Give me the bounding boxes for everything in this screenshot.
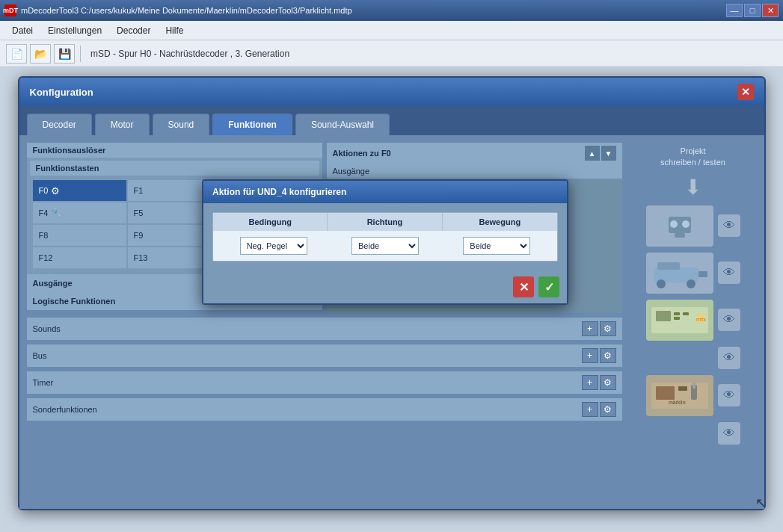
aktionen-scroll-dn[interactable]: ▼ [601, 146, 616, 161]
sub-dialog-footer: ✕ ✓ [203, 270, 567, 303]
right-panel: Projektschreiben / testen ⬇ 👁 [630, 143, 757, 501]
f12-label: F12 [39, 253, 53, 262]
bus-row: Bus + ⚙ [27, 344, 622, 367]
aktionen-scroll-up[interactable]: ▲ [585, 146, 600, 161]
svg-text:märklin: märklin [669, 400, 686, 405]
f4-label: F4 [39, 208, 49, 217]
dialog-title: Konfiguration [30, 87, 93, 98]
decoder-row1b: 👁 [646, 347, 740, 369]
svg-rect-3 [675, 233, 685, 238]
f9-label: F9 [134, 231, 144, 240]
richtung-cell: Beide Vorwärts Rückwärts [329, 237, 440, 255]
bedingung-cell: Neg. Pegel Pos. Pegel Immer [218, 237, 329, 255]
menu-hilfe[interactable]: Hilfe [158, 23, 191, 38]
menu-datei[interactable]: Datei [4, 23, 40, 38]
tab-motor[interactable]: Motor [95, 114, 150, 135]
aktionen-label: Aktionen zu F0 [333, 149, 391, 158]
timer-row: Timer + ⚙ [27, 371, 622, 394]
titlebar: mDT mDecoderTool3 C:/users/kukuk/Meine D… [0, 0, 783, 21]
sonder-label: Sonderfunktionen [33, 405, 97, 414]
robot-eye-btn[interactable]: 👁 [718, 214, 740, 237]
f1-label: F1 [134, 186, 144, 195]
ft-f8[interactable]: F8 [33, 225, 126, 246]
close-button[interactable]: ✕ [762, 4, 779, 17]
svg-rect-13 [683, 312, 689, 315]
und4-dialog[interactable]: Aktion für UND_4 konfigurieren Bedingung… [202, 179, 568, 305]
f8-label: F8 [39, 231, 49, 240]
toolbar-new-btn[interactable]: 📄 [6, 44, 27, 64]
bus-edit-btn[interactable]: ⚙ [600, 348, 616, 363]
f0-icon: ⚙ [51, 185, 60, 197]
minimize-button[interactable]: — [726, 4, 743, 17]
maximize-button[interactable]: □ [744, 4, 761, 17]
bus-add-btn[interactable]: + [582, 348, 598, 363]
window-title: mDecoderTool3 C:/users/kukuk/Meine Dokum… [21, 6, 726, 15]
tab-sound[interactable]: Sound [153, 114, 210, 135]
sounds-edit-btn[interactable]: ⚙ [600, 321, 616, 336]
ft-f0[interactable]: F0 ⚙ [33, 180, 126, 201]
menu-decoder[interactable]: Decoder [109, 23, 158, 38]
timer-label: Timer [33, 378, 54, 387]
richtung-select[interactable]: Beide Vorwärts Rückwärts [351, 237, 419, 255]
tabs-row: Decoder Motor Sound Funktionen Sound-Aus… [19, 106, 764, 135]
f4-icon: 🔧 [51, 208, 63, 219]
f0-label: F0 [39, 186, 49, 195]
window-controls: — □ ✕ [726, 4, 779, 17]
decoder-eye-btn2b[interactable]: 👁 [718, 422, 740, 445]
loco-eye-btn[interactable]: 👁 [718, 262, 740, 284]
f5-label: F5 [134, 208, 144, 217]
arrow-down-icon: ⬇ [684, 175, 701, 200]
sub-dialog-cancel-btn[interactable]: ✕ [513, 276, 534, 297]
sounds-label: Sounds [33, 324, 61, 333]
decoder-card2-icon: märklin [646, 375, 713, 416]
decoder-label: mSD - Spur H0 - Nachrüstdecoder , 3. Gen… [90, 49, 289, 59]
bus-label: Bus [33, 351, 47, 360]
tab-decoder[interactable]: Decoder [27, 114, 92, 135]
svg-point-1 [670, 220, 678, 228]
tab-sound-auswahl[interactable]: Sound-Auswahl [295, 114, 390, 135]
sub-table-header: Bedingung Richtung Bewegung [213, 213, 557, 231]
svg-text:mfx: mfx [696, 316, 706, 323]
sounds-add-btn[interactable]: + [582, 321, 598, 336]
f13-label: F13 [134, 253, 148, 262]
sub-dialog-ok-btn[interactable]: ✓ [538, 276, 559, 297]
svg-rect-11 [674, 312, 680, 315]
timer-add-btn[interactable]: + [582, 375, 598, 390]
bedingung-select[interactable]: Neg. Pegel Pos. Pegel Immer [240, 237, 307, 255]
sonder-edit-btn[interactable]: ⚙ [600, 402, 616, 417]
loco-row: 👁 [646, 253, 740, 294]
aktionen-header: Aktionen zu F0 ▲ ▼ [327, 143, 622, 164]
bewegung-select[interactable]: Beide Fahren Stehen [463, 237, 530, 255]
ft-f4[interactable]: F4 🔧 [33, 202, 126, 223]
decoder-row1: mfx 👁 [646, 300, 740, 341]
sonder-add-btn[interactable]: + [582, 402, 598, 417]
decoder-row2b: 👁 [646, 422, 740, 445]
robot-row: 👁 [646, 205, 740, 247]
menu-einstellungen[interactable]: Einstellungen [40, 23, 109, 38]
svg-rect-10 [656, 311, 671, 321]
toolbar-open-btn[interactable]: 📂 [30, 44, 51, 64]
ausloeser-header: Funktionsauslöser [27, 143, 322, 158]
sub-dialog-title: Aktion für UND_4 konfigurieren [203, 181, 567, 203]
col-richtung: Richtung [328, 213, 442, 231]
svg-rect-7 [657, 262, 680, 270]
dialog-close-button[interactable]: ✕ [737, 84, 754, 100]
decoder-eye-btn1b[interactable]: 👁 [718, 347, 740, 369]
decoder-card-icon: mfx [646, 300, 713, 341]
ft-f12[interactable]: F12 [33, 247, 126, 268]
robot-icon [646, 205, 713, 247]
projekt-label: Projektschreiben / testen [660, 146, 725, 169]
decoder-eye-btn2[interactable]: 👁 [718, 384, 740, 406]
sub-table-row: Neg. Pegel Pos. Pegel Immer Beide Vorwär… [213, 231, 557, 261]
svg-rect-17 [656, 386, 675, 400]
decoder-eye-btn1[interactable]: 👁 [718, 309, 740, 331]
col-bedingung: Bedingung [213, 213, 328, 231]
sub-dialog-body: Bedingung Richtung Bewegung Neg. Pegel P… [203, 203, 567, 270]
sonder-row: Sonderfunktionen + ⚙ [27, 398, 622, 421]
svg-rect-18 [678, 386, 687, 391]
menubar: Datei Einstellungen Decoder Hilfe [0, 21, 783, 40]
app-icon: mDT [4, 4, 16, 16]
timer-edit-btn[interactable]: ⚙ [600, 375, 616, 390]
toolbar-save-btn[interactable]: 💾 [54, 44, 75, 64]
tab-funktionen[interactable]: Funktionen [212, 114, 292, 135]
